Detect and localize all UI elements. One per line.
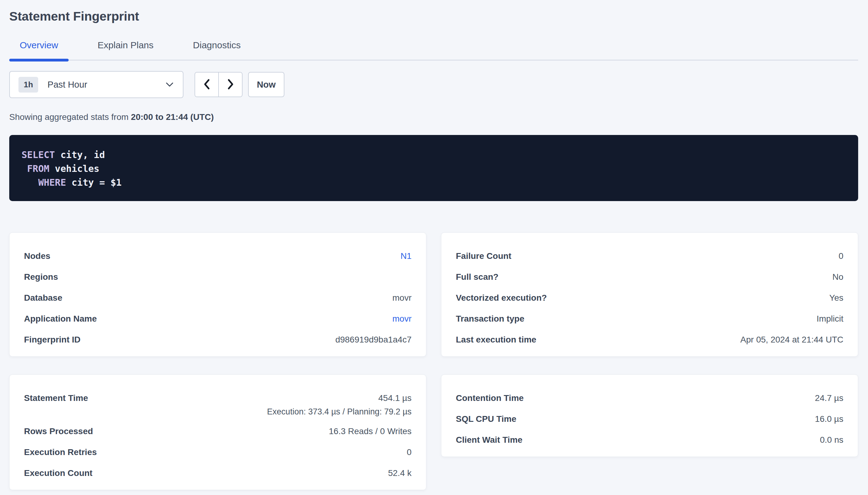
statement-fingerprint-page: Statement Fingerprint Overview Explain P… xyxy=(0,0,868,490)
fingerprint-id-value: d986919d9ba1a4c7 xyxy=(335,335,411,345)
chevron-right-icon xyxy=(227,79,234,91)
execution-retries-row: Execution Retries 0 xyxy=(24,447,411,468)
execution-count-value: 52.4 k xyxy=(388,468,411,478)
application-name-value[interactable]: movr xyxy=(392,314,411,324)
regions-label: Regions xyxy=(24,272,58,282)
client-wait-time-value: 0.0 ns xyxy=(820,435,844,445)
tab-diagnostics[interactable]: Diagnostics xyxy=(182,40,251,59)
sql-indent xyxy=(21,177,38,188)
sql-keyword: FROM xyxy=(27,163,49,174)
previous-interval-button[interactable] xyxy=(195,72,219,97)
sql-keyword: WHERE xyxy=(38,177,66,188)
failure-count-row: Failure Count 0 xyxy=(456,251,844,272)
fingerprint-id-row: Fingerprint ID d986919d9ba1a4c7 xyxy=(24,335,411,345)
time-interval-label: Past Hour xyxy=(47,80,87,90)
statement-timings-card: Statement Time 454.1 µs Execution: 373.4… xyxy=(9,374,426,490)
execution-retries-label: Execution Retries xyxy=(24,447,97,457)
last-execution-time-value: Apr 05, 2024 at 21:44 UTC xyxy=(740,335,844,345)
chevron-down-icon xyxy=(166,82,174,87)
database-value: movr xyxy=(392,293,411,303)
statement-time-label: Statement Time xyxy=(24,393,88,403)
sql-text: city = $1 xyxy=(66,177,122,188)
rows-processed-value: 16.3 Reads / 0 Writes xyxy=(329,426,411,436)
contention-time-label: Contention Time xyxy=(456,393,524,403)
statement-time-value: 454.1 µs xyxy=(378,393,411,403)
sql-cpu-time-value: 16.0 µs xyxy=(815,414,844,424)
transaction-type-value: Implicit xyxy=(817,314,844,324)
sql-line: SELECT city, id xyxy=(21,148,846,162)
statement-time-breakdown: Execution: 373.4 µs / Planning: 79.2 µs xyxy=(267,407,411,416)
vectorized-execution-label: Vectorized execution? xyxy=(456,293,547,303)
tab-explain-plans[interactable]: Explain Plans xyxy=(87,40,164,59)
sql-cpu-time-label: SQL CPU Time xyxy=(456,414,517,424)
vectorized-execution-row: Vectorized execution? Yes xyxy=(456,293,844,314)
fingerprint-id-label: Fingerprint ID xyxy=(24,335,81,345)
application-name-label: Application Name xyxy=(24,314,97,324)
transaction-type-row: Transaction type Implicit xyxy=(456,314,844,335)
tab-bar: Overview Explain Plans Diagnostics xyxy=(9,40,858,61)
aggregated-stats-line: Showing aggregated stats from 20:00 to 2… xyxy=(9,112,858,122)
last-execution-time-label: Last execution time xyxy=(456,335,536,345)
sql-indent xyxy=(21,163,27,174)
transaction-type-label: Transaction type xyxy=(456,314,524,324)
now-button[interactable]: Now xyxy=(248,72,284,97)
client-wait-time-row: Client Wait Time 0.0 ns xyxy=(456,435,844,445)
statement-time-row: Statement Time 454.1 µs Execution: 373.4… xyxy=(24,393,411,426)
database-label: Database xyxy=(24,293,63,303)
statement-details-card: Nodes N1 Regions Database movr Applicati… xyxy=(9,233,426,357)
full-scan-row: Full scan? No xyxy=(456,272,844,293)
contention-time-row: Contention Time 24.7 µs xyxy=(456,393,844,414)
nodes-value[interactable]: N1 xyxy=(400,251,411,261)
sql-cpu-time-row: SQL CPU Time 16.0 µs xyxy=(456,414,844,435)
nodes-row: Nodes N1 xyxy=(24,251,411,272)
time-interval-select[interactable]: 1h Past Hour xyxy=(9,71,183,98)
time-interval-badge: 1h xyxy=(18,77,38,92)
tab-overview[interactable]: Overview xyxy=(9,40,69,59)
sql-text: city, id xyxy=(55,150,105,160)
next-interval-button[interactable] xyxy=(219,72,242,97)
aggregated-stats-range: 20:00 to 21:44 (UTC) xyxy=(131,112,214,122)
sql-line: FROM vehicles xyxy=(21,162,846,175)
wait-times-card: Contention Time 24.7 µs SQL CPU Time 16.… xyxy=(441,374,858,457)
rows-processed-label: Rows Processed xyxy=(24,426,93,436)
client-wait-time-label: Client Wait Time xyxy=(456,435,522,445)
failure-count-value: 0 xyxy=(838,251,844,261)
nodes-label: Nodes xyxy=(24,251,50,261)
sql-line: WHERE city = $1 xyxy=(21,175,846,189)
interval-arrow-group xyxy=(195,72,243,97)
page-title: Statement Fingerprint xyxy=(9,9,858,23)
execution-attributes-card: Failure Count 0 Full scan? No Vectorized… xyxy=(441,233,858,357)
database-row: Database movr xyxy=(24,293,411,314)
execution-count-label: Execution Count xyxy=(24,468,92,478)
time-controls: 1h Past Hour xyxy=(9,71,858,98)
application-name-row: Application Name movr xyxy=(24,314,411,335)
execution-count-row: Execution Count 52.4 k xyxy=(24,468,411,478)
aggregated-stats-prefix: Showing aggregated stats from xyxy=(9,112,131,122)
vectorized-execution-value: Yes xyxy=(829,293,844,303)
last-execution-time-row: Last execution time Apr 05, 2024 at 21:4… xyxy=(456,335,844,345)
sql-text: vehicles xyxy=(49,163,99,174)
full-scan-value: No xyxy=(832,272,844,282)
full-scan-label: Full scan? xyxy=(456,272,498,282)
rows-processed-row: Rows Processed 16.3 Reads / 0 Writes xyxy=(24,426,411,447)
regions-row: Regions xyxy=(24,272,411,293)
summary-cards: Nodes N1 Regions Database movr Applicati… xyxy=(9,233,858,490)
sql-keyword: SELECT xyxy=(21,150,55,160)
failure-count-label: Failure Count xyxy=(456,251,511,261)
chevron-left-icon xyxy=(203,79,211,91)
sql-statement-box: SELECT city, id FROM vehicles WHERE city… xyxy=(9,135,858,201)
contention-time-value: 24.7 µs xyxy=(815,393,844,403)
execution-retries-value: 0 xyxy=(407,447,411,457)
